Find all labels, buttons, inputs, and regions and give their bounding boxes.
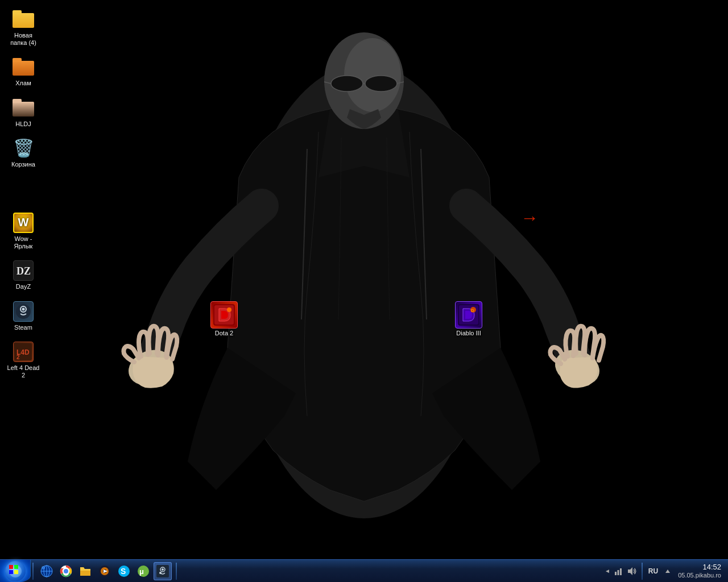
icon-korzina[interactable]: 🗑️ Корзина <box>3 135 44 171</box>
dayz-icon: DZ <box>12 259 35 282</box>
icon-dota2[interactable]: Dota 2 <box>210 301 238 336</box>
ql-ie-button[interactable] <box>38 562 56 580</box>
start-button[interactable] <box>0 560 31 583</box>
start-orb <box>5 561 26 581</box>
desktop-icons-column: Новая папка (4) Хлам HLDJ 🗑️ Корзина W W… <box>0 0 46 387</box>
icon-l4d2[interactable]: L4D 2 Left 4 Dead 2 <box>3 338 44 381</box>
icon-steam[interactable]: Steam <box>3 298 44 334</box>
ql-media-button[interactable] <box>96 562 114 580</box>
svg-point-4 <box>331 76 363 92</box>
icon-label-l4d2: Left 4 Dead 2 <box>5 364 42 379</box>
icon-label-korzina: Корзина <box>11 161 35 168</box>
diablo3-icon-image: D <box>455 301 482 329</box>
quick-launch-bar: S μ <box>35 560 174 582</box>
l4d2-icon: L4D 2 <box>12 340 35 363</box>
desktop-background <box>0 0 728 582</box>
svg-text:D: D <box>471 308 474 313</box>
diablo3-label: Diablo III <box>456 330 481 336</box>
dota2-label: Dota 2 <box>215 330 233 336</box>
red-arrow: → <box>520 207 539 228</box>
steam-desktop-icon <box>12 300 35 323</box>
svg-point-48 <box>162 568 164 571</box>
tray-expand-button[interactable]: ◄ <box>605 568 610 574</box>
svg-point-21 <box>227 307 231 312</box>
svg-point-37 <box>64 569 68 573</box>
system-tray: ◄ RU 14:52 <box>601 560 728 582</box>
svg-rect-26 <box>9 565 13 569</box>
svg-rect-29 <box>14 570 18 574</box>
icon-label-hlam: Хлам <box>15 80 31 87</box>
folder-icon <box>12 8 35 31</box>
windows-logo <box>9 565 22 577</box>
icon-label-wow: Wow - Ярлык <box>5 235 42 250</box>
tray-divider <box>642 563 643 580</box>
tray-date-display: 05.05.pikаbu.ro <box>678 572 721 579</box>
icon-label-new-folder: Новая папка (4) <box>5 32 42 47</box>
taskbar: S μ ◄ <box>0 559 728 582</box>
icon-diablo3[interactable]: D Diablo III <box>455 301 482 336</box>
tray-time-display: 14:52 <box>702 563 721 572</box>
icon-new-folder[interactable]: Новая папка (4) <box>3 6 44 49</box>
svg-point-15 <box>22 307 25 310</box>
svg-point-49 <box>159 572 162 574</box>
tray-network-icon[interactable] <box>613 566 624 577</box>
icon-hlam[interactable]: Хлам <box>3 53 44 89</box>
taskbar-divider-2 <box>176 563 177 580</box>
svg-rect-28 <box>9 570 13 574</box>
icon-label-steam: Steam <box>14 324 32 331</box>
svg-text:μ: μ <box>139 567 144 576</box>
icon-wow[interactable]: W Wow - Ярлык <box>3 209 44 252</box>
tray-language[interactable]: RU <box>647 567 660 575</box>
ql-steam-button[interactable] <box>154 562 172 580</box>
svg-text:2: 2 <box>16 354 20 360</box>
wow-icon: W <box>12 211 35 234</box>
svg-point-5 <box>365 76 397 92</box>
tray-notify-up-icon[interactable] <box>662 566 673 577</box>
icon-label-hldj: HLDJ <box>15 120 31 128</box>
svg-rect-52 <box>620 568 622 575</box>
ql-utorrent-button[interactable]: μ <box>134 562 152 580</box>
icon-dayz[interactable]: DZ DayZ <box>3 257 44 293</box>
dota2-icon-image <box>210 301 238 329</box>
tray-speaker-icon[interactable] <box>626 566 638 577</box>
svg-marker-53 <box>628 567 632 575</box>
svg-rect-50 <box>615 572 617 575</box>
svg-point-3 <box>344 38 401 112</box>
wallpaper-image <box>0 0 728 582</box>
svg-marker-54 <box>665 569 670 573</box>
taskbar-divider-1 <box>32 563 34 580</box>
svg-text:S: S <box>121 567 126 576</box>
ql-chrome-button[interactable] <box>57 562 75 580</box>
icon-label-dayz: DayZ <box>16 283 31 290</box>
ql-skype-button[interactable]: S <box>115 562 133 580</box>
icon-hldj[interactable]: HLDJ <box>3 94 44 130</box>
svg-rect-27 <box>14 565 18 569</box>
folder-hldj-icon <box>12 97 35 119</box>
ql-explorer-button[interactable] <box>76 562 94 580</box>
svg-point-34 <box>42 566 45 569</box>
svg-rect-51 <box>617 570 619 575</box>
tray-clock[interactable]: 14:52 05.05.pikаbu.ro <box>678 563 725 579</box>
folder-hlam-icon <box>12 56 35 78</box>
trash-icon: 🗑️ <box>12 137 35 160</box>
svg-text:DZ: DZ <box>16 265 31 277</box>
